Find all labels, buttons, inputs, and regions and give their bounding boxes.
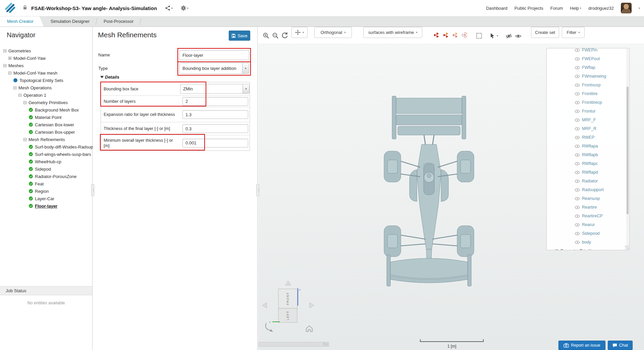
visibility-eye-icon[interactable] <box>575 188 580 191</box>
visibility-eye-icon[interactable] <box>575 57 580 60</box>
visibility-eye-icon[interactable] <box>575 154 580 157</box>
nav-forum[interactable]: Forum <box>550 6 563 11</box>
visibility-eye-icon[interactable] <box>575 162 580 165</box>
name-input[interactable] <box>179 50 249 60</box>
visibility-eye-icon[interactable] <box>575 197 580 200</box>
share-button[interactable]: ▾ <box>165 5 173 11</box>
entity-group-row[interactable]: Geometry Primitives <box>547 247 629 250</box>
rotate-right-arrow-icon[interactable] <box>310 303 314 308</box>
number-of-layers-input[interactable] <box>182 97 248 106</box>
tree-item-radiator-porouszone[interactable]: Radiator-PorousZone <box>0 173 92 180</box>
tree-item-mesh-operations[interactable]: Mesh Operations <box>0 84 92 91</box>
entity-row[interactable]: body <box>547 238 629 247</box>
select-arrow-icon[interactable]: ▼ <box>243 84 249 93</box>
visibility-eye-icon[interactable] <box>575 215 580 218</box>
tree-item-wheelhub-cp[interactable]: WheelHub-cp <box>0 158 92 165</box>
visibility-eye-icon[interactable] <box>575 66 580 69</box>
tab-post-processor[interactable]: Post-Processor <box>97 16 141 27</box>
save-button[interactable]: Save <box>229 31 250 41</box>
create-set-button[interactable]: Create set <box>531 27 559 38</box>
entity-row[interactable]: RWflapd <box>547 168 629 177</box>
tree-item-background-mesh-box[interactable]: Background Mesh Box <box>0 106 92 114</box>
collapse-icon[interactable] <box>3 64 6 67</box>
bounding-box-face-select[interactable]: ZMin ▼ <box>180 84 250 94</box>
home-view-icon[interactable] <box>306 326 312 332</box>
tree-item-mesh-refinements[interactable]: Mesh Refinements <box>0 136 92 143</box>
tree-item-topological-entity-sets[interactable]: Topological Entity Sets <box>0 77 92 84</box>
entity-row[interactable]: Fronttire <box>547 89 629 98</box>
tree-item-floor-layer[interactable]: Floor-layer <box>0 202 92 210</box>
tree-item-geometry-primitives[interactable]: Geometry Primitives <box>0 99 92 106</box>
entity-row[interactable]: FWmainwing <box>547 72 629 81</box>
collapse-icon[interactable] <box>13 86 16 89</box>
entity-row[interactable]: RWflapc <box>547 159 629 168</box>
visibility-eye-icon[interactable] <box>575 127 580 130</box>
entity-row[interactable]: Radiator <box>547 177 629 185</box>
entity-list-scrollbar[interactable] <box>626 49 629 250</box>
expand-icon[interactable] <box>8 57 11 60</box>
chat-button[interactable]: Chat <box>608 341 633 350</box>
rotate-left-arrow-icon[interactable] <box>262 303 267 308</box>
primitive-tool-icon-4[interactable] <box>461 31 468 39</box>
nav-public-projects[interactable]: Public Projects <box>515 6 543 11</box>
tree-item-region[interactable]: Region <box>0 187 92 195</box>
projection-select[interactable]: Orthogonal ▾ <box>314 27 352 38</box>
show-all-eye-icon[interactable] <box>515 32 522 40</box>
visibility-eye-icon[interactable] <box>575 84 580 87</box>
entity-row[interactable]: FWEPin <box>547 48 629 54</box>
details-toggle[interactable]: Details <box>100 75 119 80</box>
tree-item-geometries[interactable]: Geometries <box>0 47 92 54</box>
filter-select[interactable]: Filter ▾ <box>562 27 585 38</box>
orientation-cube-widget[interactable]: FRONT LEFT z Y <box>260 279 317 337</box>
entity-row[interactable]: RWEP <box>547 133 629 142</box>
collapse-icon[interactable] <box>18 94 21 97</box>
report-issue-button[interactable]: Report an issue <box>558 341 605 350</box>
username-label[interactable]: drodriguez32 <box>588 6 614 11</box>
settings-gear-button[interactable]: ▾ <box>181 5 189 11</box>
entity-row[interactable]: Fronttirecp <box>547 98 629 107</box>
final-layer-thickness-input[interactable] <box>182 124 248 133</box>
tree-item-surf-body-diff-wsides-radsup[interactable]: Surf-body-diff-Wsides-Radsup <box>0 143 92 150</box>
select-arrow-icon[interactable]: ▼ <box>242 63 249 74</box>
primitive-tool-icon-2[interactable] <box>442 31 449 39</box>
reset-view-icon[interactable] <box>281 32 288 39</box>
visibility-eye-icon[interactable] <box>575 119 580 122</box>
navigator-resize-handle[interactable] <box>91 184 94 196</box>
tree-item-cartesian-box-upper[interactable]: Cartesian Box-upper <box>0 128 92 136</box>
render-mode-select[interactable]: surfaces with wireframe ▾ <box>363 27 422 38</box>
visibility-eye-icon[interactable] <box>575 49 580 52</box>
simscale-logo-icon[interactable] <box>5 2 16 14</box>
entity-row[interactable]: MRF_F <box>547 116 629 124</box>
entity-row[interactable]: RWflapb <box>547 150 629 159</box>
tree-item-surf-wings-wheels-susp-bars[interactable]: Surf-wings-wheels-susp-bars <box>0 150 92 158</box>
zoom-out-icon[interactable] <box>272 32 279 39</box>
entity-row[interactable]: MRF_R <box>547 124 629 133</box>
visibility-eye-icon[interactable] <box>575 232 580 235</box>
tree-item-model-conf-yaw-mesh[interactable]: Model-Conf-Yaw mesh <box>0 69 92 77</box>
scrollbar-thumb[interactable] <box>627 87 629 214</box>
box-select-icon[interactable] <box>475 32 483 39</box>
entity-row[interactable]: Radsupport <box>547 185 629 194</box>
nav-help[interactable]: Help ▾ <box>570 6 581 11</box>
collapse-icon[interactable] <box>555 250 558 251</box>
orbit-arrowhead-icon[interactable] <box>270 329 273 332</box>
primitive-tool-icon-1[interactable] <box>433 31 440 39</box>
entity-row[interactable]: RWflapa <box>547 142 629 150</box>
min-overall-thickness-input[interactable] <box>182 139 248 147</box>
collapse-icon[interactable] <box>8 72 11 75</box>
tree-item-material-point[interactable]: Material Point <box>0 114 92 121</box>
nav-dashboard[interactable]: Dashboard <box>486 6 507 11</box>
tree-item-feat[interactable]: Feat <box>0 180 92 187</box>
pan-tool-button[interactable]: ▾ <box>291 27 308 38</box>
orbit-arrow-icon[interactable] <box>266 323 270 331</box>
type-select[interactable]: Bounding box layer addition ▼ <box>179 63 249 74</box>
collapse-icon[interactable] <box>23 101 26 104</box>
viewport-3d[interactable]: ▾ Orthogonal ▾ surfaces with wireframe ▾… <box>258 27 644 350</box>
settings-resize-handle[interactable] <box>256 184 259 196</box>
select-mode-button[interactable]: ▾ <box>489 31 498 40</box>
rotate-up-arrow-icon[interactable] <box>285 281 291 285</box>
collapse-icon[interactable] <box>3 49 6 52</box>
user-avatar[interactable] <box>621 3 632 13</box>
entity-row[interactable]: Frontur <box>547 107 629 116</box>
visibility-eye-icon[interactable] <box>575 206 580 209</box>
